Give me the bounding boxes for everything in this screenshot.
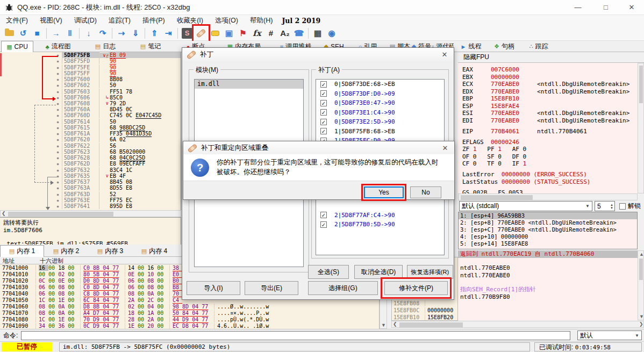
dump-row[interactable]: 7704107008 00 0A 00A4 D7 04 7718 00 1A 0… [0,310,379,316]
patch-item[interactable]: ✓1|5D8F75FB:68->EB [316,127,444,137]
bottom-right-hscrollbar[interactable]: ❮ ❯ [391,321,644,328]
breakpoint-dot[interactable]: ● [54,77,62,81]
checkbox-checked-icon[interactable]: ✓ [320,100,327,106]
memory-tab[interactable]: ▤内存 1 [0,245,44,257]
disasm-row[interactable]: ●5D8F761450 [0,119,181,125]
disasm-row[interactable]: ●5D8F76206A 02 [0,137,181,142]
breakpoint-dot[interactable]: ● [54,186,62,190]
menu-item[interactable]: 插件(P) [137,16,171,25]
patch-item[interactable]: ✓0|5D8F73E1:C4->90 [316,108,444,118]
patch-item[interactable]: ✓0|5D8F73E0:47->90 [316,98,444,108]
disasm-row[interactable]: ●5D8F7641895D E8 [0,203,181,209]
dump-row[interactable]: 7704106008 00 0A 00D8 8B 04 7702 00 04 0… [0,303,379,310]
checkbox-checked-icon[interactable]: ✓ [320,109,327,116]
breakpoint-dot[interactable]: ● [54,113,62,117]
run-down-icon[interactable]: ⇓ [129,27,142,40]
register-line[interactable]: EIP 770B4061 ntdll.770B4061 [462,128,638,135]
hide-fpu-button[interactable]: 隐藏FPU [463,53,489,62]
tab-graph[interactable]: ♣流程图 [33,41,83,52]
select-all-button[interactable]: 全选(S) [308,265,349,279]
register-line[interactable]: GS 002B FS 0053 [462,189,638,194]
register-line[interactable]: ZF 1 PF 1 AF 0 [462,146,638,153]
maximize-button[interactable]: □ [593,0,618,15]
string-icon[interactable]: A₂ [278,27,291,40]
deselect-all-button[interactable]: 取消全选(D) [354,265,403,279]
open-file-icon[interactable] [3,27,16,40]
disasm-row[interactable]: ●5D8F760DC745 0C E047C45D [0,112,181,118]
register-line[interactable]: EFLAGS 00000246 [462,139,638,146]
disasm-row[interactable]: ●5D8F762368 B5020000 [0,149,181,155]
breakpoint-dot[interactable]: ● [54,132,62,135]
disasm-hscrollbar[interactable]: ❮ [0,210,181,217]
breakpoint-dot[interactable]: ● [54,144,62,148]
tab-trace[interactable]: ∴跟踪 [520,41,557,52]
bookmark-icon[interactable]: ⚑ [237,27,249,40]
export-button[interactable]: 导出(E) [245,281,298,295]
disasm-row[interactable]: ●5D8F7603FF51 78 [0,88,181,94]
run-to-user-code-icon[interactable]: ⇥ [162,27,175,40]
tab-threads[interactable]: ►线程 [454,41,488,52]
step-into-icon[interactable]: ↓ [82,27,95,40]
checkbox-checked-icon[interactable]: ✓ [320,128,327,134]
spinner-arrows-icon[interactable]: ▲▼ [610,203,614,210]
menu-item[interactable]: 追踪(T) [103,16,137,25]
menu-item[interactable]: 视图(V) [34,16,68,25]
breakpoint-dot[interactable]: ● [54,192,62,196]
patch-dialog-titlebar[interactable]: 补丁 [182,48,454,61]
breakpoint-dot[interactable]: ● [54,198,62,202]
stop-icon[interactable]: ■ [31,27,44,40]
register-line[interactable]: ESP 15E8FAE4 [462,103,638,110]
breakpoint-dot[interactable]: ● [54,90,62,94]
unlock-checkbox[interactable] [619,203,626,210]
patch-item[interactable]: ✓2|5D8F77AF:C4->90 [316,211,444,220]
menu-item[interactable]: 调试(D) [68,16,103,25]
register-line[interactable]: EBX 00000000 [462,74,638,81]
checkbox-checked-icon[interactable]: ✓ [320,212,327,218]
tab-notes[interactable]: ▤笔记 [128,41,173,52]
attach-icon[interactable]: ☎ [292,27,305,40]
breakpoint-dot[interactable]: ● [54,150,62,154]
register-line[interactable]: EDI 770EABE0 <ntdll.DbgUiRemoteBreakin> [462,117,638,125]
register-line[interactable]: ESI 770EABE0 <ntdll.DbgUiRemoteBreakin> [462,110,638,117]
disasm-row[interactable]: ●5D8F7606↳85C0 [0,95,181,100]
patch-file-button[interactable]: 修补文件(P) [384,281,448,295]
stack-row[interactable]: 15E8FB0C00000000 [392,307,458,314]
execute-till-return-icon[interactable]: ⇢ [115,27,128,40]
disasm-row[interactable]: ●5D8F75FB∨┌EB 09 [0,52,181,58]
disassembly-pane[interactable]: ●5D8F75FB∨┌EB 09●5D8F75FD90●5D8F75FE90●5… [0,52,181,210]
argument-row[interactable]: 2: [esp+8] 770EABE0 <ntdll.DbgUiRemoteBr… [459,219,637,226]
disasm-row[interactable]: ●5D8F75FE90 [0,64,181,70]
module-list-item[interactable]: im.dll [195,80,303,89]
stack-row[interactable]: 15E8FB08 [392,300,458,307]
comment-icon[interactable] [209,27,221,40]
disasm-row[interactable]: ●5D8F762256 [0,143,181,149]
registers-vscrollbar[interactable] [638,63,644,193]
breakpoint-dot[interactable]: ● [54,162,62,166]
patch-item[interactable]: ✓0|5D8F73E2:5D->90 [316,117,444,127]
stack-row[interactable]: 15E8FB1015E8FB20 [392,314,458,321]
patch-dialog-close-icon[interactable]: ✕ [440,50,449,60]
register-line[interactable]: EDX 770EABE0 <ntdll.DbgUiRemoteBreakin> [462,88,638,96]
register-line[interactable]: OF 0 SF 0 DF 0 [462,153,638,161]
dump-row[interactable]: 770410801C 00 1E 0070 D9 04 7728 00 2A 0… [0,316,379,322]
breakpoint-dot[interactable]: ● [54,83,62,87]
checkbox-checked-icon[interactable]: ✓ [320,119,327,125]
patch-item[interactable]: ✓0|5D8F73DF:D0->09 [316,89,444,99]
disasm-row[interactable]: ●5D8F762868 04C0C25D [0,155,181,161]
breakpoint-dot[interactable]: ● [54,156,62,160]
checkbox-checked-icon[interactable]: ✓ [320,90,327,97]
disasm-row[interactable]: ●5D8F76378B45 08 [0,179,181,185]
command-input[interactable] [21,331,570,340]
pause-icon[interactable]: ‖ [63,27,76,40]
disasm-row[interactable]: ●5D8F763EFF75 EC [0,197,181,203]
calling-convention-select[interactable]: 默认 (stdcall) ▼ [459,201,592,211]
registers-pane[interactable]: EAX 007C6000EBX 00000000ECX 770EABE0 <nt… [458,63,638,193]
patch-item[interactable]: ✓2|5D8F77B0:5D->90 [316,220,444,229]
disasm-row[interactable]: ●5D8F7608∨79 2D [0,100,181,106]
restore-selection-button[interactable]: 恢复选择项(R) [407,265,453,279]
memory-tab[interactable]: ▤内存 2 [44,245,88,257]
dump-row[interactable]: 7704109034 00 36 000C D9 04 771E 00 20 0… [0,322,379,329]
no-button[interactable]: No [410,186,441,198]
info-vscrollbar[interactable]: ▲ ▼ [638,250,644,320]
disasm-row[interactable]: ●5D8F763D52 [0,191,181,197]
